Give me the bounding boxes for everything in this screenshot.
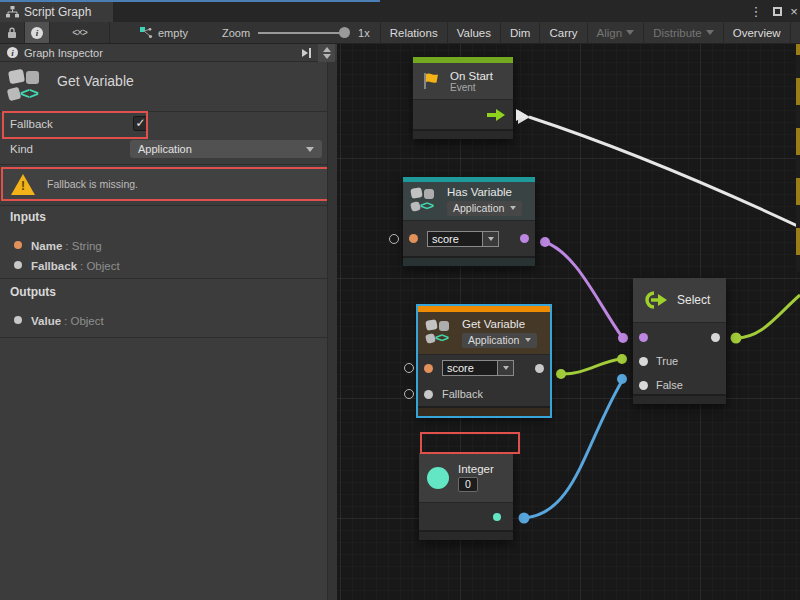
unconnected-port-indicator[interactable] xyxy=(404,389,414,399)
inspector-toggle-button[interactable]: i xyxy=(25,22,50,43)
node-title: Has Variable xyxy=(447,186,522,198)
lock-button[interactable] xyxy=(0,22,25,43)
carry-button[interactable]: Carry xyxy=(540,22,587,43)
scroll-up-icon[interactable] xyxy=(323,47,331,52)
name-input-port[interactable] xyxy=(409,234,418,243)
dim-button[interactable]: Dim xyxy=(501,22,540,43)
warning-message: Fallback is missing. xyxy=(47,178,138,190)
condition-input-port[interactable] xyxy=(639,333,648,342)
connection-arrow xyxy=(516,109,526,121)
wire-dot-blue xyxy=(617,374,627,384)
variable-name-field[interactable]: score xyxy=(427,231,499,247)
highlight-box-fallback-port xyxy=(420,432,520,454)
lock-icon xyxy=(6,26,18,39)
graph-canvas[interactable]: On Start Event <> xyxy=(337,44,800,600)
wire-dot-purple xyxy=(540,237,550,247)
relations-button[interactable]: Relations xyxy=(380,22,448,43)
values-button[interactable]: Values xyxy=(448,22,501,43)
variable-picker-button[interactable] xyxy=(483,231,499,247)
highlight-box-fallback-option xyxy=(2,111,148,139)
integer-output-port[interactable] xyxy=(493,513,501,521)
script-graph-window: Script Graph ⋮ × i <×> xyxy=(0,0,800,600)
title-bar: Script Graph ⋮ × xyxy=(0,0,800,22)
window-menu-icon[interactable]: ⋮ xyxy=(748,2,764,20)
info-icon: i xyxy=(7,47,18,58)
wire-dot-green xyxy=(617,354,627,364)
selection-output-port[interactable] xyxy=(711,333,720,342)
toolbar-right-group: Relations Values Dim Carry Align Distrib… xyxy=(380,22,800,43)
node-select[interactable]: Select True False xyxy=(633,278,726,404)
kind-dropdown[interactable]: Application xyxy=(130,140,322,158)
flag-icon xyxy=(421,71,441,91)
port-dot-gray xyxy=(14,316,22,324)
port-dot-orange xyxy=(14,241,22,249)
node-integer[interactable]: Integer 0 xyxy=(419,453,513,540)
graph-breadcrumb-icon xyxy=(140,27,153,39)
node-title: Integer xyxy=(458,463,494,475)
unconnected-port-indicator[interactable] xyxy=(389,234,399,244)
name-input-port[interactable] xyxy=(424,364,433,373)
zoom-slider-handle[interactable] xyxy=(339,27,350,38)
variable-picker-button[interactable] xyxy=(498,360,514,376)
control-output-port[interactable] xyxy=(487,109,505,121)
overview-button[interactable]: Overview xyxy=(724,22,791,43)
chevron-down-icon xyxy=(503,366,509,370)
align-button: Align xyxy=(588,22,645,43)
wire-select-output[interactable] xyxy=(736,295,800,338)
graph-tree-icon xyxy=(6,6,19,18)
input-row-name: Name: String xyxy=(14,236,102,254)
chevron-down-icon xyxy=(525,338,531,342)
true-input-port[interactable] xyxy=(639,357,648,366)
code-view-button[interactable]: <×> xyxy=(50,22,110,43)
node-footer xyxy=(419,530,513,540)
wires-layer xyxy=(337,44,800,600)
false-input-port[interactable] xyxy=(639,381,648,390)
wire-hasvariable-to-select[interactable] xyxy=(545,242,622,337)
tab-label: Script Graph xyxy=(24,5,91,19)
info-icon: i xyxy=(31,27,43,39)
node-has-variable[interactable]: <> Has Variable Application score xyxy=(403,177,535,266)
fallback-input-port[interactable] xyxy=(424,390,433,399)
chevron-down-icon xyxy=(306,147,314,152)
variable-name-field[interactable]: score xyxy=(442,360,514,376)
node-subtitle: Event xyxy=(450,82,493,93)
tab-script-graph[interactable]: Script Graph xyxy=(0,2,113,22)
fallback-port-label: Fallback xyxy=(442,388,483,400)
inputs-section-header: Inputs xyxy=(10,210,46,224)
wire-getvariable-to-select-true[interactable] xyxy=(561,359,621,374)
panel-dock-icon[interactable] xyxy=(302,47,316,59)
node-get-variable[interactable]: <> Get Variable Application score xyxy=(418,306,550,416)
wire-control-flow[interactable] xyxy=(529,117,800,228)
node-title: On Start xyxy=(450,70,493,82)
window-close-icon[interactable]: × xyxy=(786,2,800,20)
inspected-node-title: Get Variable xyxy=(57,73,134,108)
graph-toolbar: i <×> empty Zoom 1x xyxy=(0,22,800,44)
graph-inspector-panel: i Graph Inspector <> Get Variable Fallba… xyxy=(0,44,337,600)
input-row-fallback: Fallback: Object xyxy=(14,256,120,274)
scroll-arrows[interactable] xyxy=(318,44,335,62)
integer-value-field[interactable]: 0 xyxy=(458,477,478,492)
unconnected-port-indicator[interactable] xyxy=(404,363,414,373)
variable-kind-dropdown[interactable]: Application xyxy=(462,333,537,348)
variable-kind-dropdown[interactable]: Application xyxy=(447,201,522,216)
window-maximize-icon[interactable] xyxy=(768,2,786,20)
zoom-slider[interactable] xyxy=(258,32,348,34)
zoom-label: Zoom xyxy=(222,27,250,39)
chevron-down-icon xyxy=(626,30,634,35)
value-output-port[interactable] xyxy=(520,234,529,243)
zoom-value: 1x xyxy=(358,27,370,39)
port-dot-gray xyxy=(14,261,22,269)
node-title: Select xyxy=(677,293,710,307)
scroll-down-icon[interactable] xyxy=(323,54,331,59)
select-icon xyxy=(641,290,668,310)
toolbar-left-group: i <×> xyxy=(0,22,110,43)
node-on-start[interactable]: On Start Event xyxy=(413,57,513,139)
chevron-down-icon xyxy=(510,206,516,210)
inspector-scrollbar[interactable] xyxy=(327,62,337,600)
node-title: Get Variable xyxy=(462,318,537,330)
breadcrumb[interactable]: empty xyxy=(140,27,188,39)
false-port-label: False xyxy=(656,379,683,391)
full-screen-button[interactable]: Full Screen xyxy=(791,22,800,43)
node-footer xyxy=(413,129,513,139)
value-output-port[interactable] xyxy=(535,364,544,373)
